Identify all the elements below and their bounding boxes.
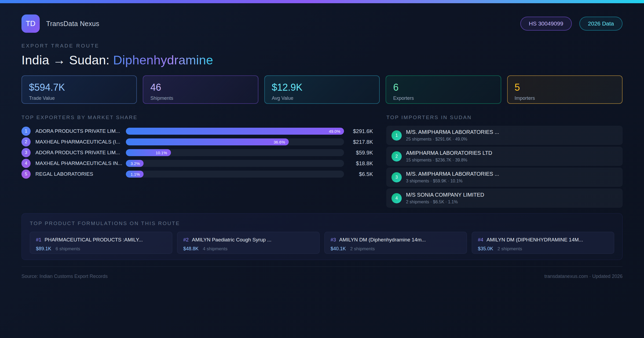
exporter-name: ADORA PRODUCTS PRIVATE LIM... bbox=[31, 150, 126, 156]
importer-card[interactable]: 4 M/S SONIA COMPANY LIMITED 2 shipments … bbox=[386, 189, 623, 208]
stat-card-trade-value: $594.7K Trade Value bbox=[21, 75, 137, 104]
exporter-value: $59.9K bbox=[344, 150, 373, 156]
rank-badge: 2 bbox=[21, 137, 31, 146]
product-name: PHARMACEUTICAL PRODUCTS :AMILY... bbox=[45, 237, 143, 243]
importer-meta: 15 shipments · $236.7K · 39.8% bbox=[406, 158, 492, 163]
stat-card-shipments: 46 Shipments bbox=[143, 75, 258, 104]
exporter-row[interactable]: 4 MAXHEAL PHARMACEUTICALS IN... 3.2% $18… bbox=[21, 158, 373, 169]
products-section: TOP PRODUCT FORMULATIONS ON THIS ROUTE #… bbox=[21, 213, 623, 260]
importer-card[interactable]: 2 AMIPHARMA LABORATORIES LTD 15 shipment… bbox=[386, 147, 623, 166]
product-shipments: 2 shipments bbox=[497, 246, 522, 252]
stat-label: Exporters bbox=[393, 95, 493, 101]
brand-name: TransData Nexus bbox=[46, 20, 99, 28]
importer-meta: 2 shipments · $6.5K · 1.1% bbox=[406, 200, 484, 204]
exporter-row[interactable]: 1 ADORA PRODUCTS PRIVATE LIM... 49.0% $2… bbox=[21, 126, 373, 137]
rank-badge: 1 bbox=[21, 127, 31, 136]
exporters-section: TOP EXPORTERS BY MARKET SHARE 1 ADORA PR… bbox=[21, 115, 373, 208]
footer: Source: Indian Customs Export Records tr… bbox=[21, 266, 623, 279]
importers-heading: TOP IMPORTERS IN SUDAN bbox=[386, 115, 623, 120]
page-title: India → Sudan: Diphenhydramine bbox=[21, 53, 623, 67]
footer-site: transdatanexus.com · Updated 2026 bbox=[544, 274, 623, 279]
data-year-badge[interactable]: 2026 Data bbox=[579, 17, 623, 31]
stat-card-exporters: 6 Exporters bbox=[386, 75, 501, 104]
stat-value: $594.7K bbox=[29, 82, 129, 93]
product-shipments: 4 shipments bbox=[203, 246, 228, 252]
stat-value: 6 bbox=[393, 82, 493, 93]
rank-badge: 3 bbox=[21, 148, 31, 157]
rank-badge: 3 bbox=[391, 172, 402, 182]
brand-logo[interactable]: TD bbox=[21, 14, 40, 33]
exporters-list: 1 ADORA PRODUCTS PRIVATE LIM... 49.0% $2… bbox=[21, 126, 373, 179]
footer-source: Source: Indian Customs Export Records bbox=[21, 274, 108, 279]
products-heading: TOP PRODUCT FORMULATIONS ON THIS ROUTE bbox=[30, 221, 614, 226]
importer-card[interactable]: 1 M/S. AMIPHARMA LABORATORIES ... 25 shi… bbox=[386, 126, 623, 145]
products-list: #1 PHARMACEUTICAL PRODUCTS :AMILY... $89… bbox=[30, 232, 614, 254]
rank-badge: 5 bbox=[21, 170, 31, 179]
exporter-name: MAXHEAL PHARMACEUTICALS (I... bbox=[31, 139, 126, 145]
importer-name: M/S. AMIPHARMA LABORATORIES ... bbox=[406, 171, 499, 177]
importer-name: M/S. AMIPHARMA LABORATORIES ... bbox=[406, 129, 499, 135]
product-rank: #3 bbox=[331, 237, 336, 243]
stat-value: 46 bbox=[150, 82, 251, 93]
exporters-heading: TOP EXPORTERS BY MARKET SHARE bbox=[21, 115, 373, 120]
market-share-bar: 3.2% bbox=[126, 160, 344, 167]
product-name-highlight: Diphenhydramine bbox=[113, 53, 213, 67]
accent-top-bar bbox=[0, 0, 644, 3]
main-columns: TOP EXPORTERS BY MARKET SHARE 1 ADORA PR… bbox=[21, 115, 623, 208]
stat-value: 5 bbox=[515, 82, 615, 93]
product-value: $89.1K bbox=[36, 246, 51, 252]
market-share-fill: 36.6% bbox=[126, 138, 289, 145]
exporter-value: $217.8K bbox=[344, 139, 373, 145]
exporter-row[interactable]: 3 ADORA PRODUCTS PRIVATE LIM... 10.1% $5… bbox=[21, 147, 373, 158]
market-share-bar: 49.0% bbox=[126, 128, 344, 135]
market-share-bar: 1.1% bbox=[126, 171, 344, 178]
exporter-value: $18.8K bbox=[344, 160, 373, 167]
importer-name: M/S SONIA COMPANY LIMITED bbox=[406, 192, 484, 198]
importers-section: TOP IMPORTERS IN SUDAN 1 M/S. AMIPHARMA … bbox=[386, 115, 623, 208]
product-card[interactable]: #1 PHARMACEUTICAL PRODUCTS :AMILY... $89… bbox=[30, 232, 172, 254]
rank-badge: 1 bbox=[391, 130, 402, 141]
product-value: $35.0K bbox=[478, 246, 493, 252]
stat-label: Trade Value bbox=[29, 95, 129, 101]
product-card[interactable]: #4 AMILYN DM (DIPHENHYDRAMINE 14M... $35… bbox=[472, 232, 614, 254]
market-share-fill: 49.0% bbox=[126, 128, 344, 135]
product-rank: #1 bbox=[36, 237, 41, 243]
rank-badge: 4 bbox=[21, 159, 31, 168]
product-value: $48.8K bbox=[183, 246, 199, 252]
market-share-bar: 36.6% bbox=[126, 138, 344, 145]
market-share-bar: 10.1% bbox=[126, 149, 344, 156]
brand-block[interactable]: TD TransData Nexus bbox=[21, 14, 99, 33]
stat-label: Shipments bbox=[150, 95, 251, 101]
hs-code-badge[interactable]: HS 30049099 bbox=[520, 17, 572, 31]
product-name: AMILYN DM (DIPHENHYDRAMINE 14M... bbox=[486, 237, 583, 243]
exporter-name: MAXHEAL PHARMACEUTICALS IN... bbox=[31, 160, 126, 166]
exporter-name: ADORA PRODUCTS PRIVATE LIM... bbox=[31, 128, 126, 134]
rank-badge: 4 bbox=[391, 193, 402, 203]
importers-list: 1 M/S. AMIPHARMA LABORATORIES ... 25 shi… bbox=[386, 126, 623, 208]
product-card[interactable]: #2 AMILYN Paediatric Cough Syrup ... $48… bbox=[177, 232, 320, 254]
stat-card-avg-value: $12.9K Avg Value bbox=[264, 75, 380, 104]
product-shipments: 6 shipments bbox=[56, 246, 80, 252]
exporter-name: REGAL LABORATORIES bbox=[31, 171, 126, 177]
header-badges: HS 30049099 2026 Data bbox=[520, 17, 623, 31]
market-share-fill: 10.1% bbox=[126, 149, 171, 156]
product-name: AMILYN Paediatric Cough Syrup ... bbox=[192, 237, 271, 243]
stat-label: Avg Value bbox=[272, 95, 372, 101]
importer-card[interactable]: 3 M/S. AMIPHARMA LABORATORIES ... 3 ship… bbox=[386, 168, 623, 187]
exporter-row[interactable]: 2 MAXHEAL PHARMACEUTICALS (I... 36.6% $2… bbox=[21, 137, 373, 147]
product-card[interactable]: #3 AMILYN DM (Diphenhydramine 14m... $40… bbox=[324, 232, 467, 254]
product-rank: #4 bbox=[478, 237, 483, 243]
route-text: India → Sudan: bbox=[21, 53, 113, 67]
product-shipments: 2 shipments bbox=[350, 246, 375, 252]
page-container: TD TransData Nexus HS 30049099 2026 Data… bbox=[0, 14, 644, 279]
importer-meta: 25 shipments · $291.6K · 49.0% bbox=[406, 137, 499, 142]
importer-name: AMIPHARMA LABORATORIES LTD bbox=[406, 150, 492, 156]
stat-cards-row: $594.7K Trade Value 46 Shipments $12.9K … bbox=[21, 75, 623, 104]
exporter-row[interactable]: 5 REGAL LABORATORIES 1.1% $6.5K bbox=[21, 169, 373, 179]
header: TD TransData Nexus HS 30049099 2026 Data bbox=[21, 14, 623, 33]
rank-badge: 2 bbox=[391, 151, 402, 161]
product-name: AMILYN DM (Diphenhydramine 14m... bbox=[339, 237, 426, 243]
product-rank: #2 bbox=[183, 237, 189, 243]
stat-label: Importers bbox=[515, 95, 615, 101]
stat-value: $12.9K bbox=[272, 82, 372, 93]
